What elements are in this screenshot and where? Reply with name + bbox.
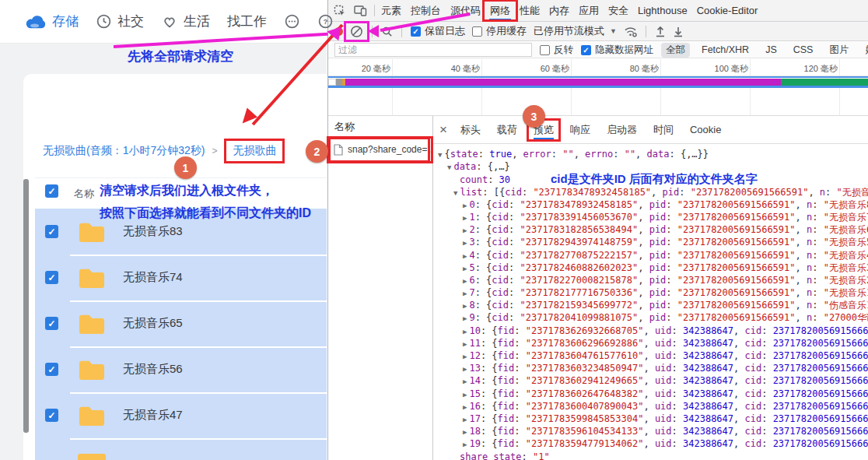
annotation-clear-requests: 先将全部请求清空 — [0, 47, 327, 65]
detail-tab-标头[interactable]: 标头 — [460, 116, 481, 143]
invert-label: 反转 — [554, 44, 573, 57]
breadcrumb-parent[interactable]: 无损歌曲(音频：1小时7分钟32秒) — [43, 144, 205, 158]
json-line: ▶13: {fid: "2371783603234850947", uid: 3… — [433, 362, 868, 374]
inspect-element-icon[interactable] — [334, 5, 346, 17]
network-filter-bar: 反转 ✓ 隐藏数据网址 全部Fetch/XHRJSCSS图片媒体字体文档WSWa… — [328, 42, 868, 58]
folder-name: 无损音乐74 — [123, 270, 183, 285]
devtools-tab-元素[interactable]: 元素 — [376, 0, 406, 21]
json-line: ▶14: {fid: "2371783602941249665", uid: 3… — [433, 374, 868, 387]
throttling-value: 已停用节流模式 — [534, 24, 604, 38]
row-checkbox[interactable]: ✓ — [45, 363, 58, 376]
nav-label-storage: 存储 — [52, 12, 79, 30]
invert-filter-toggle[interactable]: 反转 — [540, 44, 573, 57]
detail-tab-响应[interactable]: 响应 — [570, 116, 590, 143]
devtools-toolbar-icons — [328, 0, 373, 21]
nav-item-storage[interactable]: 存储 — [25, 12, 79, 30]
row-checkbox[interactable]: ✓ — [45, 225, 58, 238]
filter-input[interactable] — [334, 43, 532, 57]
disable-cache-toggle[interactable]: 停用缓存 — [472, 24, 527, 38]
throttling-select[interactable]: 已停用节流模式 ▼ — [534, 24, 617, 38]
devtools-tab-内存[interactable]: 内存 — [544, 0, 574, 21]
annotation-box-request-outer — [327, 136, 433, 163]
folder-row[interactable]: ✓无损音乐74 — [35, 255, 327, 300]
nav-label-social: 社交 — [117, 12, 144, 30]
breadcrumb-current[interactable]: 无损歌曲 — [224, 139, 285, 163]
json-tree[interactable]: ▼{state: true, error: "", errno: "", dat… — [433, 146, 868, 460]
scrollbar-thumb[interactable] — [23, 179, 29, 433]
cloud-drive-panel: 存储 社交 生活 找工作 ? — [0, 0, 327, 460]
filter-type-图片[interactable]: 图片 — [824, 43, 853, 58]
disable-cache-label: 停用缓存 — [486, 24, 527, 38]
filter-type-全部[interactable]: 全部 — [661, 43, 690, 58]
step-badge-2: 2 — [306, 140, 328, 163]
folder-icon — [78, 312, 106, 335]
network-conditions-icon[interactable] — [624, 26, 637, 37]
detail-tab-载荷[interactable]: 载荷 — [497, 116, 517, 143]
magenta-arrowhead-2 — [368, 25, 379, 37]
preserve-log-toggle[interactable]: ✓ 保留日志 — [411, 24, 465, 38]
tick-label: 40 毫秒 — [425, 63, 480, 75]
devtools-tab-性能[interactable]: 性能 — [515, 0, 544, 21]
json-line: ▶0: {cid: "2371783478932458185", pid: "2… — [433, 198, 868, 211]
cloud-icon — [25, 13, 47, 30]
folder-row-partial[interactable] — [35, 438, 327, 460]
row-separator — [70, 346, 327, 348]
json-line: ▶4: {cid: "2371782770875222157", pid: "2… — [433, 249, 868, 262]
overview-segment-white — [328, 79, 336, 86]
clock-icon — [96, 13, 112, 30]
folder-name: 无损音乐65 — [123, 316, 183, 331]
nav-item-social[interactable]: 社交 — [96, 12, 144, 30]
nav-item-jobs[interactable]: 找工作 — [227, 12, 267, 30]
row-checkbox[interactable]: ✓ — [45, 271, 58, 284]
row-separator — [70, 392, 327, 394]
close-icon[interactable]: × — [439, 122, 447, 138]
devtools-tab-应用[interactable]: 应用 — [574, 0, 604, 21]
overview-segment-grey — [336, 79, 342, 86]
devtools-tab-网络[interactable]: 网络 — [485, 0, 515, 21]
hide-data-urls-toggle[interactable]: ✓ 隐藏数据网址 — [581, 44, 653, 57]
folder-name: 无损音乐47 — [123, 408, 183, 423]
json-line: count: 30cid是文件夹ID 后面有对应的文件夹名字 — [433, 173, 868, 185]
folder-row[interactable]: ✓无损音乐47 — [35, 392, 327, 438]
json-line: ▶7: {cid: "2371782177716750336", pid: "2… — [433, 286, 868, 299]
devtools-tab-Cookie-Editor[interactable]: Cookie-Editor — [692, 0, 763, 21]
import-har-icon[interactable] — [655, 26, 666, 37]
tick-label: 80 毫秒 — [604, 63, 659, 75]
export-har-icon[interactable] — [673, 26, 684, 37]
detail-tab-启动器[interactable]: 启动器 — [607, 116, 637, 143]
folder-icon — [78, 266, 106, 290]
json-line: ▶15: {fid: "2371783602647648382", uid: 3… — [433, 388, 868, 400]
filter-type-Fetch/XHR[interactable]: Fetch/XHR — [697, 44, 754, 56]
overview-segment-magenta — [345, 79, 781, 86]
request-detail-panel: × 标头载荷预览响应启动器时间Cookie ▼{state: true, err… — [433, 116, 868, 460]
devtools-tab-Lighthouse[interactable]: Lighthouse — [633, 0, 692, 21]
annotation-line1: 清空请求后我们进入根文件夹， — [100, 179, 333, 202]
chevron-down-icon: ▼ — [610, 27, 617, 35]
unchecked-checkbox-icon — [540, 45, 550, 55]
json-line: ▼data: {,…} — [433, 160, 868, 173]
filter-type-JS[interactable]: JS — [761, 44, 782, 56]
json-line: ▶8: {cid: "2371782159345699772", pid: "2… — [433, 299, 868, 311]
checked-checkbox-icon: ✓ — [581, 45, 591, 55]
device-toolbar-icon[interactable] — [354, 5, 367, 16]
folder-row[interactable]: ✓无损音乐56 — [35, 346, 327, 392]
detail-tab-Cookie[interactable]: Cookie — [690, 116, 721, 143]
nav-label-life: 生活 — [184, 12, 210, 30]
row-checkbox[interactable]: ✓ — [45, 409, 58, 422]
row-checkbox[interactable]: ✓ — [45, 317, 58, 330]
filter-type-媒体[interactable]: 媒体 — [860, 43, 868, 58]
network-overview-bar[interactable] — [328, 79, 868, 86]
json-line: ▶16: {fid: "2371783600407890043", uid: 3… — [433, 400, 868, 413]
detail-tab-时间[interactable]: 时间 — [653, 116, 674, 143]
devtools-tab-安全[interactable]: 安全 — [604, 0, 633, 21]
select-all-checkbox[interactable]: ✓ — [45, 184, 58, 198]
row-separator — [70, 255, 327, 256]
json-line: ▶18: {fid: "2371783596104534133", uid: 3… — [433, 425, 868, 437]
json-line: share_state: "1" — [433, 451, 868, 460]
filter-type-CSS[interactable]: CSS — [789, 44, 818, 56]
folder-row[interactable]: ✓无损音乐65 — [35, 300, 327, 346]
folder-icon — [78, 404, 106, 427]
clear-requests-button[interactable] — [350, 25, 363, 38]
nav-item-life[interactable]: 生活 — [161, 12, 210, 30]
more-icon[interactable] — [284, 13, 300, 30]
